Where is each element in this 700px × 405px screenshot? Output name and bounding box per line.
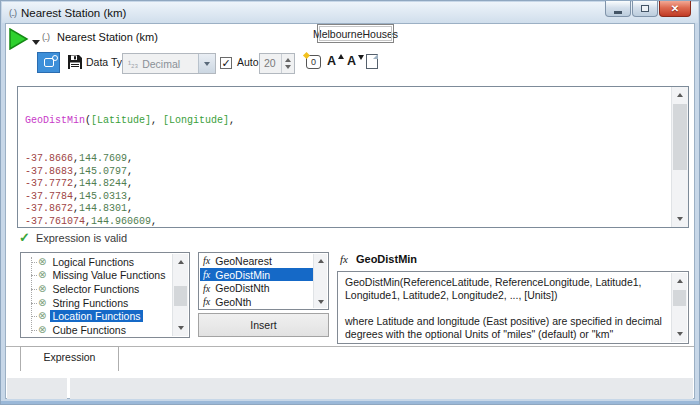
spin-down-icon[interactable]: [285, 65, 291, 69]
category-label: String Functions: [50, 297, 130, 309]
category-item[interactable]: ⊗String Functions: [22, 296, 172, 310]
precision-spinner[interactable]: 20: [259, 53, 295, 74]
maximize-icon: [641, 5, 649, 12]
scroll-up-button[interactable]: [173, 254, 188, 270]
function-description-panel: GeoDistMin(ReferenceLatitude, ReferenceL…: [337, 271, 689, 344]
dialog-window: (..) Nearest Station (km) ✕ (..) Nearest…: [0, 0, 700, 405]
category-item[interactable]: ⊗Cube Functions: [22, 323, 172, 336]
category-item[interactable]: ⊗Location Functions: [22, 309, 172, 323]
valid-check-icon: ✓: [19, 230, 30, 245]
font-increase-button[interactable]: A: [327, 54, 344, 70]
scroll-down-button[interactable]: [173, 320, 188, 336]
arrow-up-icon: [178, 260, 184, 264]
data-type-select[interactable]: ¹₂₃ Decimal: [122, 53, 216, 74]
save-icon: [68, 55, 82, 69]
status-bar: [6, 378, 694, 399]
font-increase-icon: A: [327, 54, 336, 68]
dataset-tab[interactable]: MelbourneHouses: [317, 24, 394, 43]
category-label: Cube Functions: [50, 324, 128, 336]
latitude-value: -37.7784: [25, 191, 73, 202]
scroll-down-button[interactable]: [672, 326, 687, 342]
selected-function-name: GeoDistMin: [356, 253, 417, 265]
scroll-down-button[interactable]: [672, 211, 688, 227]
description-scrollbar[interactable]: [671, 273, 687, 342]
function-label: GeoNth: [215, 296, 251, 308]
scroll-up-button[interactable]: [672, 87, 688, 103]
scroll-thumb[interactable]: [673, 290, 686, 306]
spinner-arrows: [281, 54, 294, 73]
font-decrease-icon: A: [347, 54, 356, 68]
maximize-button[interactable]: [632, 1, 658, 17]
minimize-icon: [614, 11, 622, 14]
function-label: GeoDistNth: [215, 282, 269, 294]
tab-expression[interactable]: Expression: [20, 346, 119, 371]
comma: ,: [127, 191, 133, 202]
run-button[interactable]: [8, 28, 30, 50]
scroll-down-button[interactable]: [314, 295, 327, 308]
validation-status: ✓ Expression is valid: [19, 230, 127, 245]
run-dropdown-caret[interactable]: [32, 40, 40, 45]
comma: ,: [127, 153, 133, 164]
function-item[interactable]: fxGeoNearest: [200, 254, 313, 268]
category-item[interactable]: ⊗Missing Value Functions: [22, 269, 172, 283]
chevron-down-icon[interactable]: [198, 54, 215, 73]
auto-checkbox[interactable]: ✓: [220, 57, 232, 69]
function-scrollbar[interactable]: [313, 254, 327, 308]
insert-button[interactable]: Insert: [198, 313, 329, 337]
arrow-down-icon: [677, 217, 683, 221]
function-list[interactable]: fxGeoNearestfxGeoDistMinfxGeoDistNthfxGe…: [198, 252, 329, 310]
function-item[interactable]: fxGeoDistNth: [200, 281, 313, 295]
document-button[interactable]: [366, 54, 378, 69]
latitude-value: -37.8683: [25, 166, 73, 177]
tab-expression-label: Expression: [44, 351, 96, 363]
category-item[interactable]: ⊗Selector Functions: [22, 282, 172, 296]
function-category-icon: ⊗: [38, 284, 46, 294]
function-item[interactable]: fxGeoNth: [200, 295, 313, 308]
title-bar: (..) Nearest Station (km): [2, 2, 698, 23]
function-signature: GeoDistMin(ReferenceLatitude, ReferenceL…: [345, 276, 666, 302]
category-item[interactable]: ⊗Logical Functions: [22, 255, 172, 269]
function-category-icon: ⊗: [38, 257, 46, 267]
fx-icon: fx: [340, 253, 348, 265]
function-category-icon: ⊗: [38, 298, 46, 308]
comma: ,: [127, 203, 133, 214]
recalculate-button[interactable]: [37, 52, 60, 73]
spin-up-icon[interactable]: [285, 58, 291, 62]
code-lines[interactable]: GeoDistMin([Latitude], [Longitude], -37.…: [19, 88, 670, 226]
check-icon: ✓: [221, 57, 230, 69]
code-line: -37.761074,144.960609,: [25, 216, 670, 226]
dataset-label: MelbourneHouses: [313, 28, 398, 40]
window-frame-bottom: [1, 401, 699, 404]
status-segment-left: [7, 378, 67, 399]
scroll-thumb[interactable]: [673, 104, 687, 170]
fx-icon: fx: [203, 296, 210, 307]
arrow-up-icon: [318, 259, 324, 263]
code-line: -37.8672,144.8301,: [25, 203, 670, 216]
comma: ,: [127, 166, 133, 177]
status-segment-right: [70, 378, 693, 399]
save-button[interactable]: [67, 54, 83, 70]
scroll-up-button[interactable]: [672, 273, 687, 289]
minimize-button[interactable]: [605, 1, 631, 17]
scroll-up-button[interactable]: [314, 254, 327, 267]
longitude-value: 144.7609: [79, 153, 127, 164]
function-usage-note: where Latitude and longitude (East posit…: [345, 315, 666, 341]
longitude-value: 144.960609: [91, 216, 151, 226]
category-tree[interactable]: ⊗Logical Functions⊗Missing Value Functio…: [22, 254, 172, 336]
number-format-button[interactable]: 0: [306, 55, 321, 69]
function-items[interactable]: fxGeoNearestfxGeoDistMinfxGeoDistNthfxGe…: [200, 254, 313, 308]
function-label: GeoDistMin: [215, 269, 270, 281]
editor-scrollbar[interactable]: [671, 87, 688, 227]
scroll-thumb[interactable]: [174, 286, 187, 306]
function-category-list[interactable]: ⊗Logical Functions⊗Missing Value Functio…: [20, 252, 190, 338]
expression-editor[interactable]: GeoDistMin([Latitude], [Longitude], -37.…: [17, 86, 689, 228]
function-item[interactable]: fxGeoDistMin: [200, 268, 313, 282]
category-label: Missing Value Functions: [50, 269, 167, 281]
close-icon: ✕: [671, 4, 679, 14]
close-button[interactable]: ✕: [659, 1, 691, 17]
arrow-down-icon: [677, 332, 683, 336]
insert-button-label: Insert: [250, 319, 276, 331]
comma: ,: [127, 178, 133, 189]
font-decrease-button[interactable]: A: [347, 54, 364, 70]
category-scrollbar[interactable]: [172, 254, 188, 336]
